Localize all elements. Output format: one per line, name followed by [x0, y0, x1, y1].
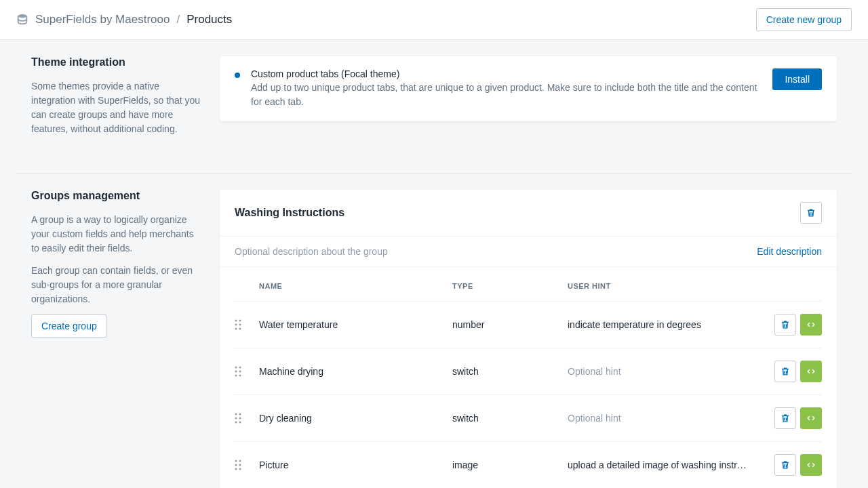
field-hint: indicate temperature in degrees [568, 319, 761, 330]
drag-handle-icon[interactable] [235, 366, 259, 377]
column-header-name: NAME [259, 282, 452, 290]
groups-management-section: Groups management A group is a way to lo… [31, 190, 203, 338]
delete-field-button[interactable] [774, 454, 796, 476]
section-body: Some themes provide a native integration… [31, 79, 203, 136]
drag-handle-icon[interactable] [235, 413, 259, 424]
svg-point-18 [239, 422, 241, 424]
drag-handle-icon[interactable] [235, 460, 259, 470]
database-icon [16, 14, 28, 26]
section-title: Theme integration [31, 56, 203, 68]
code-field-button[interactable] [800, 407, 822, 429]
section-body: A group is a way to logically organize y… [31, 213, 203, 256]
field-type: switch [452, 366, 568, 377]
fields-table: NAME TYPE USER HINT Water temperaturenum… [220, 267, 837, 488]
code-field-button[interactable] [800, 314, 822, 336]
banner-title: Custom product tabs (Focal theme) [251, 68, 762, 79]
edit-description-link[interactable]: Edit description [757, 246, 822, 257]
svg-point-2 [239, 320, 241, 322]
svg-point-17 [235, 422, 237, 424]
breadcrumb-separator: / [176, 13, 180, 26]
svg-point-8 [239, 367, 241, 369]
group-description-placeholder: Optional description about the group [235, 246, 388, 257]
field-type: number [452, 319, 568, 330]
drag-handle-icon[interactable] [235, 319, 259, 330]
svg-point-4 [239, 324, 241, 326]
delete-field-button[interactable] [774, 361, 796, 382]
column-header-hint: USER HINT [568, 282, 761, 290]
table-row: Pictureimageupload a detailed image of w… [235, 441, 822, 488]
field-hint: Optional hint [568, 413, 761, 424]
delete-field-button[interactable] [774, 407, 796, 429]
svg-point-0 [18, 14, 27, 18]
svg-point-19 [235, 460, 237, 462]
table-row: Machine dryingswitchOptional hint [235, 348, 822, 394]
create-group-button[interactable]: Create group [31, 314, 107, 338]
svg-point-9 [235, 371, 237, 373]
svg-point-11 [235, 375, 237, 377]
section-title: Groups management [31, 190, 203, 202]
svg-point-15 [235, 418, 237, 420]
section-body: Each group can contain fields, or even s… [31, 264, 203, 306]
theme-install-banner: Custom product tabs (Focal theme) Add up… [220, 56, 837, 121]
code-icon [806, 367, 816, 376]
svg-point-20 [239, 460, 241, 462]
field-name: Dry cleaning [259, 413, 452, 424]
trash-icon [781, 320, 790, 329]
code-field-button[interactable] [800, 361, 822, 382]
app-name[interactable]: SuperFields by Maestrooo [35, 13, 170, 26]
field-hint: upload a detailed image of washing instr… [568, 460, 761, 470]
trash-icon [781, 367, 790, 376]
svg-point-16 [239, 418, 241, 420]
svg-point-24 [239, 468, 241, 470]
code-field-button[interactable] [800, 454, 822, 476]
svg-point-21 [235, 464, 237, 466]
svg-point-13 [235, 413, 237, 415]
banner-description: Add up to two unique product tabs, that … [251, 81, 762, 109]
table-row: Dry cleaningswitchOptional hint [235, 394, 822, 441]
create-new-group-button[interactable]: Create new group [756, 8, 852, 31]
trash-icon [781, 460, 790, 470]
code-icon [806, 320, 816, 329]
group-card: Washing Instructions Optional descriptio… [220, 190, 837, 488]
field-name: Machine drying [259, 366, 452, 377]
field-name: Picture [259, 460, 452, 470]
trash-icon [806, 208, 816, 218]
svg-point-12 [239, 375, 241, 377]
field-type: switch [452, 413, 568, 424]
svg-point-14 [239, 413, 241, 415]
field-type: image [452, 460, 568, 470]
install-button[interactable]: Install [772, 68, 822, 90]
svg-point-7 [235, 367, 237, 369]
svg-point-1 [235, 320, 237, 322]
theme-integration-section: Theme integration Some themes provide a … [31, 56, 203, 136]
field-name: Water temperature [259, 319, 452, 330]
code-icon [806, 460, 816, 470]
svg-point-5 [235, 328, 237, 330]
code-icon [806, 413, 816, 423]
delete-group-button[interactable] [800, 202, 822, 224]
table-row: Water temperaturenumberindicate temperat… [235, 301, 822, 348]
top-bar: SuperFields by Maestrooo / Products Crea… [0, 0, 868, 40]
svg-point-3 [235, 324, 237, 326]
field-hint: Optional hint [568, 366, 761, 377]
breadcrumb-current: Products [186, 13, 232, 26]
breadcrumb: SuperFields by Maestrooo / Products [16, 13, 232, 26]
status-dot-icon [235, 73, 240, 78]
delete-field-button[interactable] [774, 314, 796, 336]
svg-point-6 [239, 328, 241, 330]
svg-point-10 [239, 371, 241, 373]
svg-point-23 [235, 468, 237, 470]
column-header-type: TYPE [452, 282, 568, 290]
svg-point-22 [239, 464, 241, 466]
trash-icon [781, 413, 790, 423]
group-title: Washing Instructions [235, 207, 344, 219]
